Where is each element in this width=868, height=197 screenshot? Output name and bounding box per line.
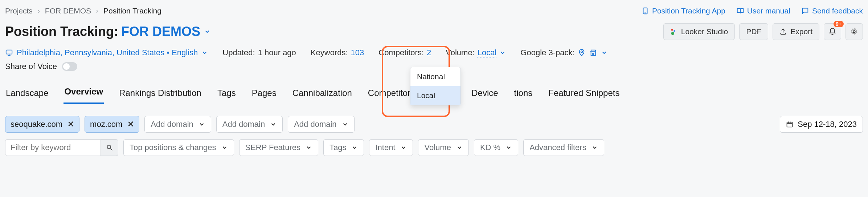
chip-label: moz.com [90,120,122,129]
filter-label: Tags [329,143,346,152]
filter-label: SERP Features [245,143,300,152]
filter-label: Top positions & changes [130,143,216,152]
meta-label: Competitors: [378,48,424,57]
breadcrumb-current: Position Tracking [103,7,161,15]
button-label: Export [790,27,812,36]
tab-featured-snippets[interactable]: Featured Snippets [548,88,620,104]
chevron-down-icon [204,28,210,35]
button-label: PDF [746,27,761,36]
keyword-filter-input[interactable] [5,139,101,156]
chevron-down-icon [400,144,407,151]
position-tracking-app-link[interactable]: Position Tracking App [641,7,725,15]
tab-landscape[interactable]: Landscape [5,88,49,104]
user-manual-link[interactable]: User manual [736,7,790,15]
breadcrumb-projects[interactable]: Projects [5,7,33,15]
advanced-filters[interactable]: Advanced filters [523,139,604,156]
serp-features-filter[interactable]: SERP Features [239,139,318,156]
looker-icon [670,28,677,35]
notifications-button[interactable]: 9+ [824,23,841,40]
tab-pages[interactable]: Pages [251,88,277,104]
book-icon [736,7,744,15]
project-selector[interactable]: FOR DEMOS [121,24,210,39]
svg-point-3 [673,30,675,32]
send-feedback-link[interactable]: Send feedback [801,7,863,15]
tab-overview[interactable]: Overview [64,87,104,104]
svg-point-9 [581,51,582,53]
remove-chip-icon[interactable]: ✕ [127,120,134,129]
date-range-text: Sep 12-18, 2023 [798,120,857,129]
add-domain-button[interactable]: Add domain [288,116,354,133]
updated-meta: Updated: 1 hour ago [222,48,296,57]
filter-label: Intent [375,143,395,152]
chevron-down-icon [601,49,607,56]
tab-cannibalization[interactable]: Cannibalization [292,88,353,104]
top-positions-filter[interactable]: Top positions & changes [123,139,234,156]
tab-device[interactable]: Device [471,88,499,104]
chevron-down-icon [456,144,463,151]
search-button[interactable] [101,139,118,156]
chevron-right-icon: › [38,7,40,15]
link-label: Send feedback [812,7,863,15]
tab-tags[interactable]: Tags [217,88,237,104]
page-title: Position Tracking: FOR DEMOS [5,24,210,39]
location-text: Philadelphia, Pennsylvania, United State… [17,48,198,57]
chevron-down-icon [198,121,205,128]
tab-rankings-distribution[interactable]: Rankings Distribution [118,88,202,104]
settings-button[interactable] [846,23,863,40]
looker-studio-button[interactable]: Looker Studio [663,23,735,40]
chevron-down-icon [499,49,506,56]
store-icon [589,49,597,57]
breadcrumb-project[interactable]: FOR DEMOS [45,7,91,15]
location-selector[interactable]: Philadelphia, Pennsylvania, United State… [5,48,208,57]
export-button[interactable]: Export [773,23,819,40]
date-range-button[interactable]: Sep 12-18, 2023 [780,116,863,133]
chevron-down-icon [505,144,512,151]
feedback-icon [801,7,809,15]
filter-label: Advanced filters [529,143,586,152]
chevron-down-icon [351,144,358,151]
svg-point-16 [107,145,111,149]
add-domain-button[interactable]: Add domain [216,116,283,133]
chevron-down-icon [270,121,277,128]
gear-icon [850,28,858,36]
chevron-down-icon [591,144,598,151]
meta-value: 1 hour ago [258,48,296,57]
domain-chip: seoquake.com ✕ [5,116,79,133]
calendar-icon [786,121,793,128]
volume-option-national[interactable]: National [410,67,460,86]
volume-selector[interactable]: Volume: Local [446,48,506,57]
svg-line-17 [110,149,112,150]
mobile-icon [641,7,649,15]
tags-filter[interactable]: Tags [323,139,364,156]
breadcrumb: Projects › FOR DEMOS › Position Tracking [5,7,161,15]
button-label: Looker Studio [681,27,728,36]
google-3pack-meta[interactable]: Google 3-pack: [520,48,607,57]
add-domain-button[interactable]: Add domain [144,116,211,133]
volume-filter[interactable]: Volume [418,139,468,156]
volume-option-local[interactable]: Local [410,86,460,105]
share-of-voice-toggle[interactable] [62,62,77,71]
meta-label: Keywords: [311,48,348,57]
search-icon [106,144,113,151]
chevron-down-icon [221,144,228,151]
keywords-meta[interactable]: Keywords: 103 [311,48,364,57]
meta-label: Google 3-pack: [520,48,574,57]
pdf-button[interactable]: PDF [739,23,768,40]
link-label: Position Tracking App [652,7,725,15]
share-of-voice-label: Share of Voice [5,62,57,71]
svg-point-4 [671,32,674,35]
kd-filter[interactable]: KD % [474,139,518,156]
remove-chip-icon[interactable]: ✕ [67,120,74,129]
link-label: User manual [747,7,790,15]
competitors-meta[interactable]: Competitors: 2 [378,48,431,57]
desktop-icon [5,49,13,57]
tab-partial[interactable]: tions [513,88,533,104]
pin-icon [578,49,586,57]
button-label: Add domain [222,120,265,129]
filter-label: KD % [480,143,500,152]
meta-value: 103 [351,48,364,57]
top-links: Position Tracking App User manual Send f… [641,7,863,15]
export-icon [779,28,787,35]
intent-filter[interactable]: Intent [369,139,413,156]
svg-rect-12 [787,122,793,127]
